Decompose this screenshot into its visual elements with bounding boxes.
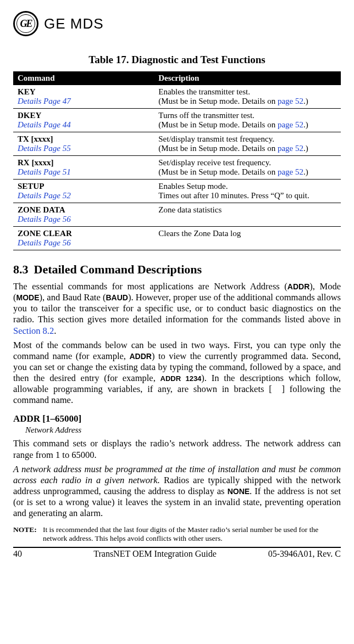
desc-line: (Must be in Setup mode. Details on page … xyxy=(158,167,308,176)
desc-line: (Must be in Setup mode. Details on page … xyxy=(158,120,308,129)
desc-line: Zone data statistics xyxy=(158,205,222,214)
desc-line: (Must be in Setup mode. Details on page … xyxy=(158,97,308,105)
table-row: ZONE CLEAR Details Page 56 Clears the Zo… xyxy=(13,227,341,250)
table-header-description: Description xyxy=(154,71,341,85)
details-link[interactable]: Details Page 55 xyxy=(18,144,71,153)
page-link[interactable]: page 52 xyxy=(278,167,303,176)
brand-header: GE GE MDS xyxy=(13,11,341,36)
section-link[interactable]: Section 8.2 xyxy=(13,326,54,336)
table-row: TX [xxxx] Details Page 55 Set/display tr… xyxy=(13,132,341,156)
desc-line: Enables the transmitter test. xyxy=(158,87,250,96)
page-link[interactable]: page 52 xyxy=(278,120,303,129)
cmd-name: TX [xxxx] xyxy=(18,135,53,143)
details-link[interactable]: Details Page 52 xyxy=(18,191,71,200)
page-link[interactable]: page 52 xyxy=(278,97,303,105)
table-header-command: Command xyxy=(13,71,154,85)
details-link[interactable]: Details Page 47 xyxy=(18,97,71,105)
table-row: DKEY Details Page 44 Turns off the trans… xyxy=(13,109,341,132)
desc-line: Set/display receive test frequency. xyxy=(158,158,271,167)
page-number: 40 xyxy=(13,549,35,559)
command-heading: ADDR [1–65000] xyxy=(13,413,341,424)
section-heading: 8.3Detailed Command Descriptions xyxy=(13,262,341,277)
desc-line: Turns off the transmitter test. xyxy=(158,111,255,120)
cmd-name: SETUP xyxy=(18,182,44,191)
body-paragraph: Most of the commands below can be used i… xyxy=(13,340,341,406)
body-paragraph: A network address must be programmed at … xyxy=(13,464,341,519)
cmd-name: ZONE CLEAR xyxy=(18,229,72,238)
brand-name: GE MDS xyxy=(44,15,104,32)
cmd-name: KEY xyxy=(18,87,36,96)
desc-line: (Must be in Setup mode. Details on page … xyxy=(158,144,308,153)
command-subtitle: Network Address xyxy=(25,425,341,435)
cmd-name: RX [xxxx] xyxy=(18,158,53,167)
details-link[interactable]: Details Page 51 xyxy=(18,167,71,176)
section-title: Detailed Command Descriptions xyxy=(34,262,202,276)
table-row: RX [xxxx] Details Page 51 Set/display re… xyxy=(13,156,341,180)
note-label: NOTE: xyxy=(13,525,43,543)
note-text: It is recommended that the last four dig… xyxy=(43,525,341,543)
cmd-name: DKEY xyxy=(18,111,41,120)
desc-line: Clears the Zone Data log xyxy=(158,229,241,238)
body-paragraph: The essential commands for most applicat… xyxy=(13,281,341,337)
desc-line: Set/display transmit test frequency. xyxy=(158,135,274,143)
ge-logo-icon: GE xyxy=(13,11,38,36)
desc-line: Times out after 10 minutes. Press “Q” to… xyxy=(158,191,309,200)
body-paragraph: This command sets or displays the radio’… xyxy=(13,438,341,460)
section-number: 8.3 xyxy=(13,262,29,276)
details-link[interactable]: Details Page 56 xyxy=(18,215,71,223)
page-footer: 40 TransNET OEM Integration Guide 05-394… xyxy=(13,547,341,559)
details-link[interactable]: Details Page 44 xyxy=(18,120,71,129)
desc-line: Enables Setup mode. xyxy=(158,182,228,191)
table-row: SETUP Details Page 52 Enables Setup mode… xyxy=(13,180,341,203)
table-row: KEY Details Page 47 Enables the transmit… xyxy=(13,85,341,109)
page-link[interactable]: page 52 xyxy=(278,144,303,153)
footer-revision: 05-3946A01, Rev. C xyxy=(242,549,341,559)
table-row: ZONE DATA Details Page 56 Zone data stat… xyxy=(13,203,341,227)
cmd-name: ZONE DATA xyxy=(18,205,65,214)
footer-title: TransNET OEM Integration Guide xyxy=(35,549,242,559)
table-title: Table 17. Diagnostic and Test Functions xyxy=(13,54,341,66)
note: NOTE: It is recommended that the last fo… xyxy=(13,525,341,543)
details-link[interactable]: Details Page 56 xyxy=(18,238,71,247)
diagnostic-table: Command Description KEY Details Page 47 … xyxy=(13,71,341,250)
